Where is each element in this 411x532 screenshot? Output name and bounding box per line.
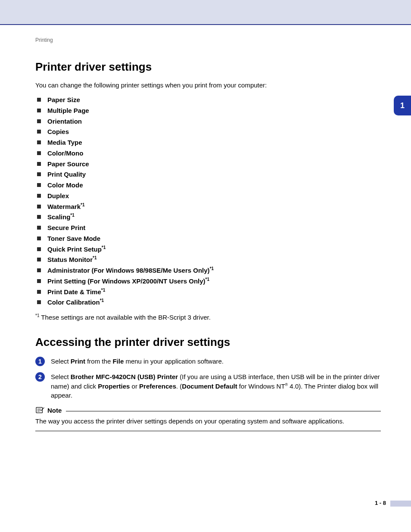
list-item: Print Quality [35,169,381,180]
page-number: 1 - 8 [375,500,386,506]
note-icon [35,406,45,414]
settings-list: Paper SizeMultiple PageOrientationCopies… [35,95,381,308]
step-number: 2 [35,372,45,382]
list-item: Quick Print Setup*1 [35,244,381,255]
footer-accent [390,501,411,507]
list-item: Orientation [35,116,381,127]
chapter-tab: 1 [394,96,411,115]
step-item: 2Select Brother MFC-9420CN (USB) Printer… [35,372,381,400]
step-item: 1Select Print from the File menu in your… [35,357,381,366]
list-item: Media Type [35,137,381,148]
list-item: Scaling*1 [35,212,381,223]
list-item: Toner Save Mode [35,233,381,244]
note-label: Note [47,407,62,414]
note-text: The way you access the printer driver se… [35,417,381,426]
list-item: Secure Print [35,223,381,233]
list-item: Administrator (For Windows 98/98SE/Me Us… [35,265,381,276]
list-item: Multiple Page [35,106,381,116]
list-item: Status Monitor*1 [35,255,381,265]
list-item: Watermark*1 [35,202,381,212]
footnote-text: These settings are not available with th… [39,314,210,321]
page-content: Printing Printer driver settings You can… [0,25,411,431]
section-title-driver-settings: Printer driver settings [35,60,381,74]
list-item: Color Mode [35,180,381,191]
list-item: Color Calibration*1 [35,297,381,308]
step-number: 1 [35,357,45,366]
header-band [0,0,411,25]
list-item: Color/Mono [35,148,381,159]
footnote: *1 These settings are not available with… [35,313,381,321]
note-head: Note [35,406,381,414]
breadcrumb: Printing [35,37,381,43]
list-item: Print Setting (For Windows XP/2000/NT Us… [35,276,381,287]
section-title-accessing: Accessing the printer driver settings [35,336,381,349]
list-item: Copies [35,127,381,137]
list-item: Duplex [35,191,381,202]
list-item: Print Date & Time*1 [35,287,381,298]
note-divider [66,411,381,411]
steps-list: 1Select Print from the File menu in your… [35,357,381,400]
intro-text: You can change the following printer set… [35,81,381,89]
list-item: Paper Size [35,95,381,106]
note-block: Note The way you access the printer driv… [35,406,381,431]
list-item: Paper Source [35,159,381,170]
